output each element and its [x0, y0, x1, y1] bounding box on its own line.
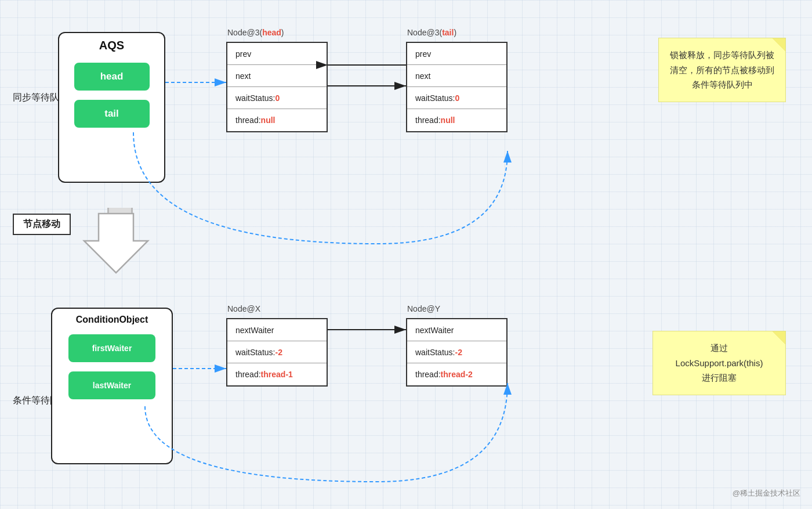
- nodeY-label: Node@Y: [407, 304, 440, 313]
- down-arrow-icon: [109, 229, 131, 247]
- node3-tail-label: Node@3(tail): [407, 28, 456, 37]
- condition-title: ConditionObject: [76, 315, 148, 325]
- diagram-container: 同步等待队列 AQS head tail Node@3(head) prev n…: [0, 0, 812, 509]
- nodeY-thread: thread: thread-2: [407, 363, 506, 385]
- node3-head-box: Node@3(head) prev next waitStatus: 0 thr…: [226, 42, 328, 132]
- nodeX-thread: thread: thread-1: [227, 363, 327, 385]
- sticky-note-1: 锁被释放，同步等待队列被清空，所有的节点被移动到条件等待队列中: [658, 38, 786, 102]
- node3-head-label: Node@3(head): [227, 28, 284, 37]
- down-arrow: [107, 208, 133, 248]
- sticky-note-2: 通过LockSupport.park(this)进行阻塞: [652, 331, 786, 395]
- node3-head-waitstatus: waitStatus: 0: [227, 87, 327, 109]
- node-move-label: 节点移动: [13, 214, 71, 235]
- aqs-title: AQS: [99, 39, 124, 52]
- node3-head-next: next: [227, 65, 327, 87]
- node3-tail-box: Node@3(tail) prev next waitStatus: 0 thr…: [406, 42, 507, 132]
- node3-tail-waitstatus: waitStatus: 0: [407, 87, 506, 109]
- node3-tail-colored: tail: [442, 28, 454, 37]
- tail-button[interactable]: tail: [74, 100, 150, 128]
- nodeY-waitstatus: waitStatus: -2: [407, 341, 506, 363]
- condition-object-box: ConditionObject firstWaiter lastWaiter: [51, 308, 173, 464]
- firstwaiter-button[interactable]: firstWaiter: [68, 334, 155, 362]
- nodeX-box: Node@X nextWaiter waitStatus: -2 thread:…: [226, 318, 328, 387]
- node3-head-prev: prev: [227, 43, 327, 65]
- node3-tail-prev: prev: [407, 43, 506, 65]
- nodeX-waitstatus: waitStatus: -2: [227, 341, 327, 363]
- node3-tail-thread: thread: null: [407, 109, 506, 131]
- aqs-box: AQS head tail: [58, 32, 165, 183]
- nodeX-label: Node@X: [227, 304, 260, 313]
- nodeY-box: Node@Y nextWaiter waitStatus: -2 thread:…: [406, 318, 507, 387]
- node3-head-colored: head: [262, 28, 281, 37]
- nodeX-nextwaiter: nextWaiter: [227, 319, 327, 341]
- head-button[interactable]: head: [74, 63, 150, 91]
- watermark: @稀土掘金技术社区: [733, 488, 800, 499]
- lastwaiter-button[interactable]: lastWaiter: [68, 371, 155, 399]
- nodeY-nextwaiter: nextWaiter: [407, 319, 506, 341]
- node3-tail-next: next: [407, 65, 506, 87]
- svg-marker-0: [109, 230, 131, 244]
- node3-head-thread: thread: null: [227, 109, 327, 131]
